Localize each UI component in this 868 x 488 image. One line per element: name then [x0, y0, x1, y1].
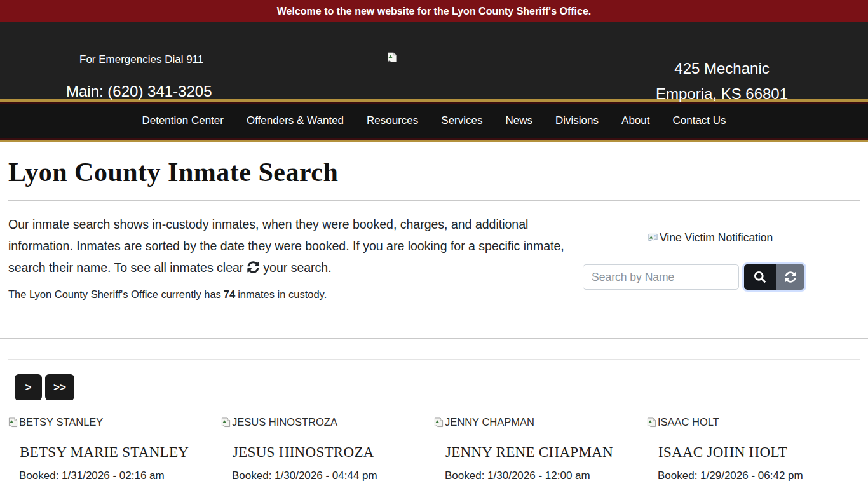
clear-search-button[interactable]: [776, 264, 804, 290]
inmate-alt-text: ISAAC HOLT: [658, 416, 719, 428]
nav-item-divisions[interactable]: Divisions: [544, 102, 610, 140]
broken-logo-image-icon: [387, 52, 397, 63]
intro-text-after: your search.: [263, 261, 331, 274]
inmate-booked-date: Booked: 1/29/2026 - 06:42 pm: [647, 470, 860, 482]
inmate-count-line: The Lyon County Sheriff's Office current…: [8, 288, 572, 301]
inmate-booked-date: Booked: 1/30/2026 - 04:44 pm: [221, 470, 434, 482]
divider-under-title: [8, 200, 860, 201]
phone-number[interactable]: Main: (620) 341-3205: [66, 83, 212, 100]
inmate-photo-alt: ISAAC HOLT: [647, 416, 860, 428]
inmate-search-row: [583, 264, 804, 290]
search-column: Vine Victim Notification: [572, 214, 860, 302]
inmate-photo-alt: BETSY STANLEY: [8, 416, 221, 428]
search-button[interactable]: [744, 264, 776, 290]
announcement-banner: Welcome to the new website for the Lyon …: [0, 0, 868, 22]
inmate-booked-date: Booked: 1/31/2026 - 02:16 am: [8, 470, 221, 482]
inmate-card[interactable]: JESUS HINOSTROZA JESUS HINOSTROZA Booked…: [221, 416, 434, 482]
nav-item-services[interactable]: Services: [430, 102, 494, 140]
inmate-name: BETSY MARIE STANLEY: [8, 444, 221, 461]
inmate-photo-alt: JENNY CHAPMAN: [434, 416, 647, 428]
divider-light: [8, 359, 860, 360]
inmate-booked-date: Booked: 1/30/2026 - 12:00 am: [434, 470, 647, 482]
count-text-after: inmates in custody.: [238, 288, 327, 300]
inmate-photo-alt: JESUS HINOSTROZA: [221, 416, 434, 428]
last-page-button[interactable]: >>: [45, 374, 74, 400]
nav-item-detention-center[interactable]: Detention Center: [130, 102, 235, 140]
intro-paragraph: Our inmate search shows in-custody inmat…: [8, 214, 571, 278]
nav-item-contact-us[interactable]: Contact Us: [661, 102, 737, 140]
announcement-text: Welcome to the new website for the Lyon …: [277, 6, 592, 17]
broken-image-icon: [648, 233, 658, 243]
search-input[interactable]: [583, 264, 739, 290]
intro-column: Our inmate search shows in-custody inmat…: [0, 214, 572, 302]
divider-section: [0, 338, 868, 339]
inmate-alt-text: JENNY CHAPMAN: [445, 416, 534, 428]
nav-item-news[interactable]: News: [494, 102, 545, 140]
inmate-name: ISAAC JOHN HOLT: [647, 444, 860, 461]
vine-label: Vine Victim Notification: [660, 231, 773, 245]
inmate-count: 74: [224, 288, 235, 300]
search-button-group: [744, 264, 804, 290]
nav-item-about[interactable]: About: [610, 102, 661, 140]
inmate-card[interactable]: ISAAC HOLT ISAAC JOHN HOLT Booked: 1/29/…: [647, 416, 860, 482]
pagination: > >>: [15, 374, 868, 400]
next-page-button[interactable]: >: [15, 374, 42, 400]
count-text-before: The Lyon County Sheriff's Office current…: [8, 288, 221, 300]
site-header: For Emergencies Dial 911 Main: (620) 341…: [0, 22, 868, 99]
nav-item-offenders-wanted[interactable]: Offenders & Wanted: [235, 102, 355, 140]
nav-item-resources[interactable]: Resources: [355, 102, 430, 140]
inmate-card-list: BETSY STANLEY BETSY MARIE STANLEY Booked…: [0, 416, 868, 482]
inmate-alt-text: JESUS HINOSTROZA: [232, 416, 337, 428]
inmate-card[interactable]: BETSY STANLEY BETSY MARIE STANLEY Booked…: [8, 416, 221, 482]
page-title: Lyon County Inmate Search: [8, 157, 868, 187]
refresh-icon: [785, 271, 796, 283]
broken-image-icon: [221, 417, 231, 428]
address-line-1: 425 Mechanic: [646, 56, 798, 81]
broken-image-icon: [434, 417, 444, 428]
inmate-name: JESUS HINOSTROZA: [221, 444, 434, 461]
address-line-2: Emporia, KS 66801: [646, 81, 798, 107]
inmate-name: JENNY RENE CHAPMAN: [434, 444, 647, 461]
broken-image-icon: [647, 417, 656, 428]
inmate-card[interactable]: JENNY CHAPMAN JENNY RENE CHAPMAN Booked:…: [434, 416, 647, 482]
address-block: 425 Mechanic Emporia, KS 66801: [646, 56, 798, 107]
emergency-text: For Emergencies Dial 911: [79, 53, 203, 66]
refresh-icon: [247, 261, 259, 273]
search-icon: [754, 271, 766, 283]
content-row: Our inmate search shows in-custody inmat…: [0, 214, 868, 302]
broken-image-icon: [8, 417, 18, 428]
inmate-alt-text: BETSY STANLEY: [19, 416, 103, 428]
vine-victim-notification-link[interactable]: Vine Victim Notification: [648, 231, 773, 245]
